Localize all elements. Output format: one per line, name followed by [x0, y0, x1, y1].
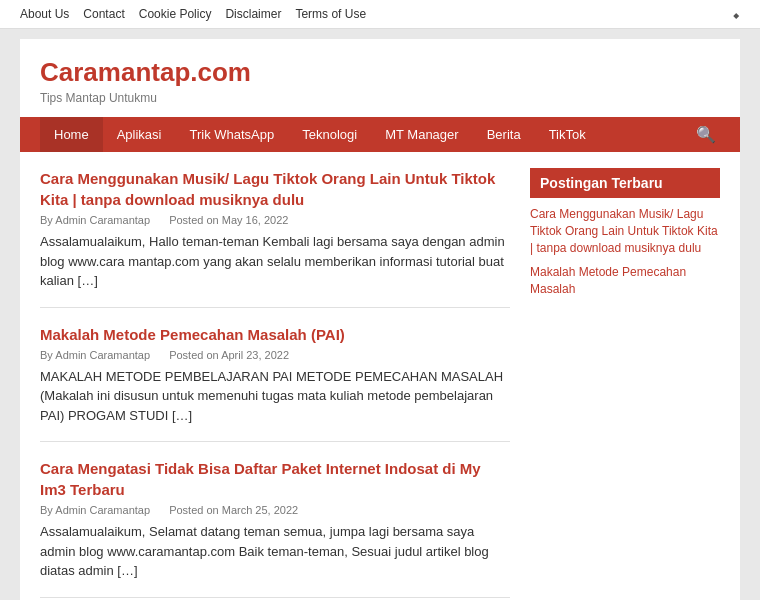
- sidebar-recent-post[interactable]: Cara Menggunakan Musik/ Lagu Tiktok Oran…: [530, 206, 720, 256]
- nav-teknologi[interactable]: Teknologi: [288, 117, 371, 152]
- rss-icon[interactable]: ⬥: [732, 6, 740, 22]
- post-item: Cara Menggunakan Musik/ Lagu Tiktok Oran…: [40, 168, 510, 308]
- post-author: By Admin Caramantap: [40, 214, 158, 226]
- site-header: Caramantap.com Tips Mantap Untukmu: [20, 39, 740, 117]
- post-meta: By Admin Caramantap Posted on March 25, …: [40, 504, 510, 516]
- post-title[interactable]: Cara Menggunakan Musik/ Lagu Tiktok Oran…: [40, 168, 510, 210]
- site-tagline: Tips Mantap Untukmu: [40, 91, 720, 105]
- post-excerpt: Assalamualaikum, Hallo teman-teman Kemba…: [40, 232, 510, 291]
- post-meta: By Admin Caramantap Posted on April 23, …: [40, 349, 510, 361]
- site-title[interactable]: Caramantap.com: [40, 57, 251, 87]
- content-area: Cara Menggunakan Musik/ Lagu Tiktok Oran…: [20, 152, 740, 600]
- post-author: By Admin Caramantap: [40, 349, 158, 361]
- post-author: By Admin Caramantap: [40, 504, 158, 516]
- main-posts: Cara Menggunakan Musik/ Lagu Tiktok Oran…: [40, 168, 510, 600]
- terms-link[interactable]: Terms of Use: [295, 7, 366, 21]
- search-icon[interactable]: 🔍: [692, 117, 720, 152]
- nav-trik-whatsapp[interactable]: Trik WhatsApp: [175, 117, 288, 152]
- cookie-policy-link[interactable]: Cookie Policy: [139, 7, 212, 21]
- post-date: Posted on April 23, 2022: [169, 349, 297, 361]
- nav-aplikasi[interactable]: Aplikasi: [103, 117, 176, 152]
- nav-mt-manager[interactable]: MT Manager: [371, 117, 472, 152]
- post-excerpt: Assalamualaikum, Selamat datang teman se…: [40, 522, 510, 581]
- top-bar: About Us Contact Cookie Policy Disclaime…: [0, 0, 760, 29]
- post-meta: By Admin Caramantap Posted on May 16, 20…: [40, 214, 510, 226]
- nav-home[interactable]: Home: [40, 117, 103, 152]
- post-title[interactable]: Makalah Metode Pemecahan Masalah (PAI): [40, 324, 510, 345]
- nav-tiktok[interactable]: TikTok: [535, 117, 600, 152]
- recent-posts-widget: Postingan Terbaru Cara Menggunakan Musik…: [530, 168, 720, 298]
- sidebar: Postingan Terbaru Cara Menggunakan Musik…: [530, 168, 720, 600]
- page-wrapper: Caramantap.com Tips Mantap Untukmu Home …: [20, 39, 740, 600]
- disclaimer-link[interactable]: Disclaimer: [225, 7, 281, 21]
- post-date: Posted on May 16, 2022: [169, 214, 296, 226]
- post-title[interactable]: Cara Mengatasi Tidak Bisa Daftar Paket I…: [40, 458, 510, 500]
- nav-items: Home Aplikasi Trik WhatsApp Teknologi MT…: [40, 117, 692, 152]
- sidebar-widget-title: Postingan Terbaru: [530, 168, 720, 198]
- sidebar-recent-post[interactable]: Makalah Metode Pemecahan Masalah: [530, 264, 720, 298]
- main-nav: Home Aplikasi Trik WhatsApp Teknologi MT…: [20, 117, 740, 152]
- post-date: Posted on March 25, 2022: [169, 504, 306, 516]
- post-excerpt: MAKALAH METODE PEMBELAJARAN PAI METODE P…: [40, 367, 510, 426]
- nav-berita[interactable]: Berita: [473, 117, 535, 152]
- post-item: Cara Mengatasi Tidak Bisa Daftar Paket I…: [40, 458, 510, 598]
- about-us-link[interactable]: About Us: [20, 7, 69, 21]
- contact-link[interactable]: Contact: [83, 7, 124, 21]
- top-bar-links: About Us Contact Cookie Policy Disclaime…: [20, 7, 366, 21]
- post-item: Makalah Metode Pemecahan Masalah (PAI) B…: [40, 324, 510, 443]
